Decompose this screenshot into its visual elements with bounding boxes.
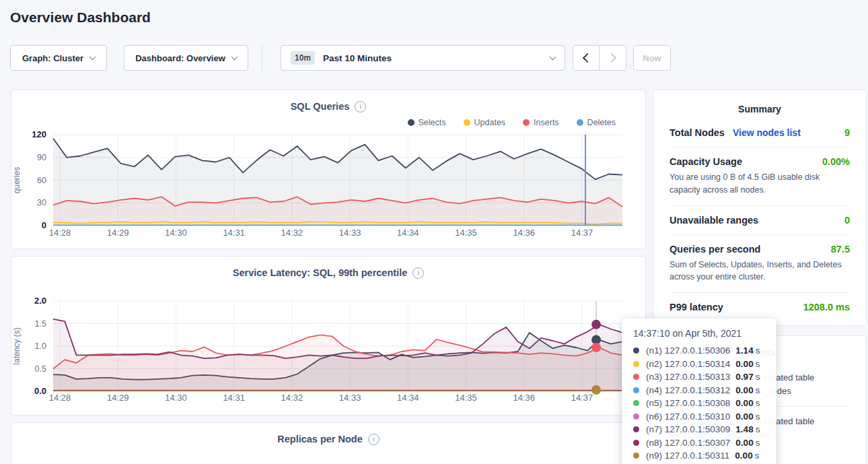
svg-text:2.0: 2.0 — [34, 296, 46, 306]
qps-desc: Sum of Selects, Updates, Inserts, and De… — [670, 259, 850, 284]
chart-hover-tooltip: 14:37:10 on Apr 5th, 2021 (n1) 127.0.0.1… — [622, 318, 776, 464]
sql-queries-chart[interactable]: 030609012014:2814:2914:3014:3114:3214:33… — [11, 129, 645, 242]
toolbar: Graph: Cluster Dashboard: Overview 10m P… — [10, 45, 858, 71]
chevron-down-icon — [89, 54, 96, 61]
page-title: Overview Dashboard — [10, 9, 868, 26]
p99-latency-label: P99 latency — [670, 302, 723, 312]
summary-row-unavailable-ranges: Unavailable ranges 0 — [670, 206, 850, 235]
tooltip-node-row: (n3) 127.0.0.1:503130.97s — [633, 370, 765, 384]
total-nodes-value: 9 — [844, 127, 850, 138]
chevron-down-icon — [231, 54, 238, 61]
crosshair-dot — [591, 343, 601, 352]
svg-text:90: 90 — [37, 153, 46, 162]
legend-dot — [577, 119, 583, 126]
service-latency-canvas[interactable]: 0.00.51.01.52.014:2814:2914:3014:3114:32… — [11, 288, 636, 403]
info-icon[interactable]: i — [355, 101, 366, 112]
summary-row-total-nodes: Total Nodes View nodes list 9 — [670, 119, 850, 147]
svg-text:0.5: 0.5 — [35, 364, 46, 374]
chevron-right-icon — [606, 53, 616, 63]
tooltip-node-row: (n2) 127.0.0.1:503140.00s — [633, 358, 765, 371]
summary-row-p99: P99 latency 1208.0 ms — [670, 293, 850, 321]
svg-text:14:32: 14:32 — [281, 393, 303, 403]
legend-dot — [523, 119, 530, 126]
svg-text:14:35: 14:35 — [455, 228, 477, 238]
legend-dot — [408, 119, 414, 126]
replicas-per-node-card: Replicas per Node i — [11, 422, 646, 464]
time-range-selector[interactable]: 10m Past 10 Minutes — [281, 45, 565, 71]
qps-value: 87.5 — [831, 244, 850, 255]
svg-text:14:34: 14:34 — [397, 228, 419, 238]
svg-text:14:29: 14:29 — [107, 228, 129, 238]
summary-row-capacity-usage: Capacity Usage 0.00% You are using 0 B o… — [670, 147, 850, 206]
svg-text:120: 120 — [32, 129, 46, 139]
crosshair-dot — [591, 320, 601, 329]
node-color-dot — [633, 413, 639, 420]
tooltip-node-row: (n6) 127.0.0.1:503100.00s — [633, 410, 765, 424]
node-color-dot — [633, 440, 639, 446]
tooltip-node-row: (n7) 127.0.0.1:503091.48s — [633, 423, 765, 436]
tooltip-timestamp: 14:37:10 on Apr 5th, 2021 — [633, 328, 765, 339]
service-latency-title: Service Latency: SQL, 99th percentile — [233, 267, 408, 278]
node-color-dot — [633, 387, 639, 393]
svg-text:14:33: 14:33 — [339, 393, 361, 403]
svg-text:14:31: 14:31 — [223, 393, 245, 403]
legend-item-inserts: Inserts — [523, 118, 559, 127]
qps-label: Queries per second — [670, 244, 760, 255]
tooltip-node-row: (n4) 127.0.0.1:503120.00s — [633, 384, 765, 397]
svg-text:14:30: 14:30 — [165, 228, 187, 238]
svg-text:1.0: 1.0 — [35, 341, 46, 351]
sql-queries-card: SQL Queries i SelectsUpdatesInsertsDelet… — [11, 90, 646, 249]
tooltip-node-row: (n5) 127.0.0.1:503080.00s — [633, 397, 765, 410]
chevron-left-icon — [583, 53, 592, 63]
charts-column: SQL Queries i SelectsUpdatesInsertsDelet… — [11, 90, 646, 464]
graph-dropdown[interactable]: Graph: Cluster — [10, 45, 107, 71]
tooltip-node-row: (n1) 127.0.0.1:503061.14s — [633, 344, 765, 358]
dashboard-dropdown-label: Dashboard: Overview — [135, 53, 225, 63]
node-color-dot — [633, 347, 639, 354]
svg-text:0.0: 0.0 — [34, 386, 46, 396]
time-next-button[interactable] — [600, 45, 626, 71]
unavailable-ranges-label: Unavailable ranges — [670, 215, 758, 226]
svg-text:14:37: 14:37 — [571, 228, 593, 238]
svg-text:14:33: 14:33 — [339, 228, 361, 238]
time-range-badge: 10m — [291, 51, 315, 65]
svg-text:14:36: 14:36 — [513, 393, 536, 403]
svg-text:14:29: 14:29 — [107, 393, 129, 403]
time-range-label: Past 10 Minutes — [323, 53, 542, 63]
svg-text:14:30: 14:30 — [165, 393, 187, 403]
chevron-down-icon — [550, 54, 556, 61]
svg-text:queries: queries — [12, 167, 22, 193]
legend-item-selects: Selects — [408, 118, 446, 127]
replicas-per-node-title: Replicas per Node — [277, 434, 363, 444]
summary-panel: Summary Total Nodes View nodes list 9 Ca… — [653, 90, 867, 326]
svg-text:14:37: 14:37 — [571, 393, 593, 403]
sql-queries-canvas[interactable]: 030609012014:2814:2914:3014:3114:3214:33… — [11, 129, 636, 240]
dashboard-dropdown[interactable]: Dashboard: Overview — [124, 45, 248, 71]
svg-text:0: 0 — [42, 220, 46, 230]
time-prev-button[interactable] — [573, 45, 600, 71]
summary-title: Summary — [670, 104, 850, 114]
svg-text:14:32: 14:32 — [281, 228, 303, 238]
time-pager — [573, 45, 626, 71]
svg-text:14:35: 14:35 — [455, 393, 477, 403]
info-icon[interactable]: i — [368, 434, 379, 445]
service-latency-card: Service Latency: SQL, 99th percentile i … — [11, 256, 646, 416]
node-color-dot — [633, 374, 639, 380]
node-color-dot — [633, 400, 639, 406]
crosshair-dot — [591, 385, 601, 395]
toolbar-divider — [262, 45, 262, 71]
unavailable-ranges-value: 0 — [844, 215, 850, 226]
node-color-dot — [633, 426, 639, 432]
sql-queries-legend: SelectsUpdatesInsertsDeletes — [11, 116, 645, 129]
tooltip-node-row: (n9) 127.0.0.1:503110.00s — [633, 449, 765, 463]
svg-text:14:28: 14:28 — [49, 393, 71, 403]
svg-text:30: 30 — [37, 198, 46, 207]
view-nodes-list-link[interactable]: View nodes list — [733, 127, 801, 138]
p99-latency-value: 1208.0 ms — [803, 302, 850, 312]
info-icon[interactable]: i — [412, 267, 424, 279]
svg-text:1.5: 1.5 — [35, 319, 46, 329]
node-color-dot — [633, 361, 639, 367]
now-button[interactable]: Now — [633, 45, 671, 71]
node-color-dot — [633, 453, 639, 459]
service-latency-chart[interactable]: 0.00.51.01.52.014:2814:2914:3014:3114:32… — [11, 288, 645, 406]
